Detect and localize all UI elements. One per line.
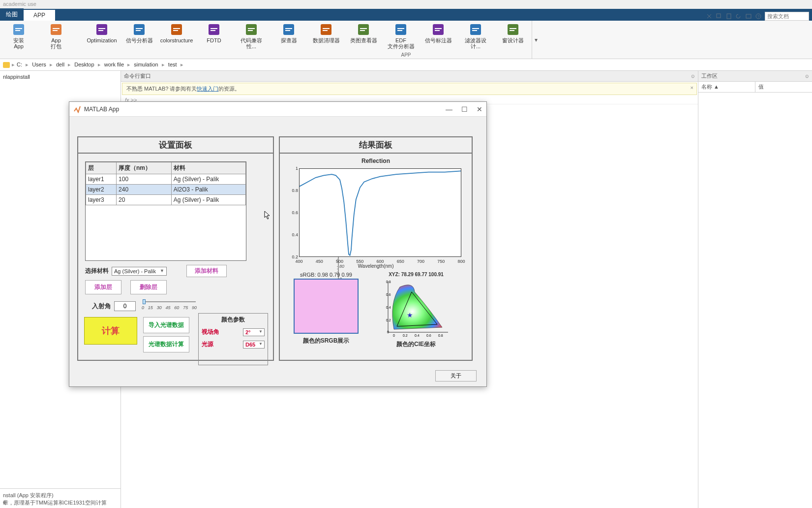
- svg-text:0.8: 0.8: [438, 334, 443, 337]
- toolstrip-probe-button[interactable]: 探查器: [274, 23, 303, 43]
- toolstrip-color-button[interactable]: colorstructure: [162, 23, 191, 43]
- srgb-caption: 颜色的SRGB展示: [285, 337, 367, 345]
- svg-text:0.6: 0.6: [426, 334, 431, 337]
- svg-rect-42: [472, 28, 479, 29]
- illuminant-label: 光源: [202, 340, 213, 349]
- tab-plot[interactable]: 绘图: [0, 8, 24, 21]
- cut-icon[interactable]: [706, 13, 713, 20]
- incident-angle-label: 入射角: [92, 302, 111, 311]
- svg-rect-18: [173, 28, 180, 29]
- search-doc-input[interactable]: [765, 12, 809, 21]
- svg-text:0.6: 0.6: [386, 293, 391, 296]
- copy-icon[interactable]: [716, 13, 722, 20]
- svg-rect-27: [285, 28, 292, 29]
- toolstrip-optim-button[interactable]: Optimization: [87, 23, 117, 43]
- svg-rect-43: [472, 30, 477, 31]
- about-button[interactable]: 关于: [435, 370, 477, 381]
- svg-rect-31: [323, 30, 328, 31]
- folder-icon: [3, 62, 10, 68]
- path-crumb[interactable]: C:: [15, 62, 24, 67]
- svg-text:0.4: 0.4: [386, 306, 391, 309]
- cie-plot: ★ 0.8 0.6 0.4 0.2 0 0 0.2 0.4 0.6: [379, 278, 453, 338]
- srgb-values: sRGB: 0.98 0.79 0.99: [285, 272, 367, 278]
- toolstrip-signal-button[interactable]: 信号分析器: [124, 23, 154, 43]
- matlab-app-window: MATLAB App — ☐ ✕ 设置面板 层 厚度（nm） 材料 layer1…: [69, 101, 487, 387]
- toolstrip-filter-button[interactable]: 滤波器设计...: [461, 23, 490, 49]
- quick-start-link[interactable]: 快速入门: [197, 86, 218, 92]
- fov-select[interactable]: 2°: [243, 328, 265, 336]
- cie-caption: 颜色的CIE坐标: [374, 340, 458, 349]
- svg-rect-30: [323, 28, 330, 29]
- table-row[interactable]: layer320Ag (Silver) - Palik: [86, 195, 246, 205]
- svg-rect-11: [96, 24, 107, 35]
- col-thickness[interactable]: 厚度（nm）: [117, 162, 172, 174]
- file-item[interactable]: nlappinstall: [0, 73, 120, 81]
- toolstrip-edf-button[interactable]: EDF 文件分析器: [386, 23, 416, 49]
- toolstrip-package-button[interactable]: App 打包: [41, 23, 71, 49]
- calculate-button[interactable]: 计算: [84, 317, 137, 345]
- toolstrip-classview-button[interactable]: 类图查看器: [349, 23, 378, 43]
- toolstrip-install-button[interactable]: 安装 App: [4, 23, 33, 49]
- delete-layer-button[interactable]: 删除层: [130, 280, 167, 294]
- layer-table[interactable]: 层 厚度（nm） 材料 layer1100Ag (Silver) - Palik…: [85, 161, 246, 261]
- svg-text:?: ?: [757, 14, 760, 19]
- panel-menu-icon[interactable]: ⊙: [805, 74, 809, 79]
- col-material[interactable]: 材料: [171, 162, 245, 174]
- svg-rect-10: [53, 30, 58, 31]
- command-window-title: 命令行窗口: [124, 72, 151, 80]
- toolstrip-fdtd-button[interactable]: FDTD: [199, 23, 229, 43]
- material-select[interactable]: Ag (Silver) - Palik: [112, 267, 167, 276]
- minimize-button[interactable]: —: [446, 105, 452, 113]
- maximize-button[interactable]: ☐: [461, 105, 468, 113]
- add-material-button[interactable]: 添加材料: [186, 265, 227, 277]
- toolstrip-more[interactable]: ▾: [532, 21, 540, 59]
- panel-menu-icon[interactable]: ⊙: [691, 74, 695, 79]
- path-bar[interactable]: ▸ C: ▸ Users ▸ dell ▸ Desktop ▸ work fil…: [0, 59, 812, 71]
- add-layer-button[interactable]: 添加层: [85, 280, 121, 294]
- switch-window-icon[interactable]: [745, 13, 752, 20]
- quick-access-toolbar: ?: [706, 12, 812, 21]
- close-button[interactable]: ✕: [477, 105, 482, 113]
- table-row[interactable]: layer1100Ag (Silver) - Palik: [86, 174, 246, 185]
- undo-icon[interactable]: [735, 13, 742, 20]
- svg-rect-0: [717, 14, 721, 18]
- help-icon[interactable]: ?: [755, 13, 762, 20]
- toolstrip-windowdes-button[interactable]: 窗设计器: [498, 23, 528, 43]
- svg-rect-36: [397, 28, 404, 29]
- svg-rect-12: [98, 28, 105, 29]
- import-spectrum-button[interactable]: 导入光谱数据: [143, 317, 189, 333]
- illuminant-select[interactable]: D65: [243, 341, 265, 349]
- path-crumb[interactable]: Desktop: [72, 62, 96, 67]
- cie-display-block: XYZ: 78.29 69.77 100.91: [374, 272, 458, 349]
- angle-slider[interactable]: 0153045607590: [143, 298, 196, 312]
- path-crumb[interactable]: test: [166, 62, 179, 67]
- col-layer[interactable]: 层: [86, 162, 117, 174]
- path-crumb[interactable]: simulation: [132, 62, 160, 67]
- col-value[interactable]: 值: [755, 82, 812, 92]
- results-title: 结果面板: [280, 137, 472, 154]
- spectrum-calc-button[interactable]: 光谱数据计算: [143, 336, 189, 352]
- svg-rect-37: [397, 30, 402, 31]
- toolstrip-dataclean-button[interactable]: 数据清理器: [311, 23, 341, 43]
- svg-rect-22: [211, 30, 215, 31]
- tab-app[interactable]: APP: [24, 10, 55, 21]
- path-crumb[interactable]: work file: [102, 62, 126, 67]
- toolstrip-compat-button[interactable]: 代码兼容性...: [237, 23, 266, 49]
- path-crumb[interactable]: Users: [30, 62, 48, 67]
- svg-rect-26: [283, 24, 294, 35]
- svg-rect-28: [285, 30, 290, 31]
- svg-rect-16: [136, 30, 141, 31]
- path-crumb[interactable]: dell: [54, 62, 66, 67]
- col-name[interactable]: 名称 ▲: [698, 82, 755, 92]
- incident-angle-input[interactable]: [114, 301, 136, 311]
- paste-icon[interactable]: [725, 13, 732, 20]
- file-list[interactable]: nlappinstall: [0, 71, 120, 83]
- table-row[interactable]: layer2240Al2O3 - Palik: [86, 185, 246, 195]
- plot-xlabel: Wavelength(nm): [358, 263, 394, 269]
- app-window-titlebar[interactable]: MATLAB App — ☐ ✕: [69, 102, 486, 117]
- angle-slider-thumb[interactable]: [143, 299, 146, 304]
- reflection-plot: 0.20.40.60.81 40045050055060065070075080…: [287, 165, 464, 269]
- toolstrip-siglabel-button[interactable]: 信号标注器: [423, 23, 453, 43]
- close-hint-icon[interactable]: ×: [691, 85, 693, 91]
- status-bar: 章，原理基于TMM运算和CIE1931空间计算: [0, 498, 812, 508]
